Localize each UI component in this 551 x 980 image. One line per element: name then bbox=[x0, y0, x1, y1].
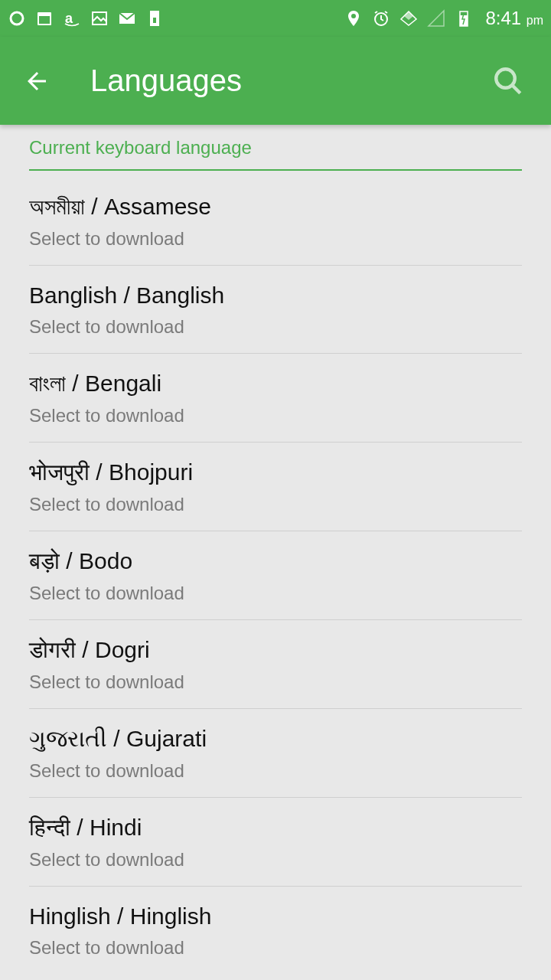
language-item[interactable]: हिन्दी / HindiSelect to download bbox=[29, 798, 522, 887]
location-icon bbox=[344, 9, 363, 28]
sd-card-icon bbox=[145, 9, 164, 28]
wifi-icon bbox=[399, 9, 418, 28]
language-item[interactable]: অসমীয়া / AssameseSelect to download bbox=[29, 177, 522, 266]
signal-icon bbox=[427, 9, 445, 28]
search-button[interactable] bbox=[487, 60, 530, 103]
content: Current keyboard language অসমীয়া / Assa… bbox=[0, 125, 551, 974]
battery-icon bbox=[455, 9, 473, 28]
language-item[interactable]: डोगरी / DogriSelect to download bbox=[29, 620, 522, 709]
section-header: Current keyboard language bbox=[29, 125, 522, 171]
language-name: অসমীয়া / Assamese bbox=[29, 194, 522, 220]
language-subtitle: Select to download bbox=[29, 583, 522, 604]
status-time-ampm: pm bbox=[527, 14, 543, 27]
language-item[interactable]: ગુજરાતી / GujaratiSelect to download bbox=[29, 709, 522, 798]
svg-point-0 bbox=[11, 12, 23, 24]
language-name: ગુજરાતી / Gujarati bbox=[29, 726, 522, 753]
arrow-back-icon bbox=[23, 67, 51, 95]
calendar-icon bbox=[35, 9, 54, 28]
status-bar: a 8:41 pm bbox=[0, 0, 551, 37]
language-subtitle: Select to download bbox=[29, 494, 522, 515]
back-button[interactable] bbox=[21, 66, 52, 96]
image-icon bbox=[90, 9, 109, 28]
app-bar: Languages bbox=[0, 37, 551, 125]
language-item[interactable]: Hinglish / HinglishSelect to download bbox=[29, 887, 522, 974]
language-subtitle: Select to download bbox=[29, 849, 522, 871]
language-name: Hinglish / Hinglish bbox=[29, 903, 522, 929]
status-left-icons: a bbox=[8, 9, 164, 28]
language-item[interactable]: भोजपुरी / BhojpuriSelect to download bbox=[29, 443, 522, 531]
svg-point-11 bbox=[496, 69, 515, 88]
language-name: Banglish / Banglish bbox=[29, 283, 522, 309]
language-item[interactable]: বাংলা / BengaliSelect to download bbox=[29, 354, 522, 443]
language-name: डोगरी / Dogri bbox=[29, 637, 522, 664]
status-time: 8:41 pm bbox=[485, 8, 543, 29]
language-subtitle: Select to download bbox=[29, 760, 522, 782]
svg-rect-6 bbox=[153, 18, 156, 23]
circle-icon bbox=[8, 9, 26, 28]
mail-icon bbox=[118, 9, 136, 28]
alarm-icon bbox=[372, 9, 390, 28]
svg-rect-2 bbox=[39, 16, 50, 24]
svg-text:a: a bbox=[65, 11, 73, 26]
search-icon bbox=[492, 65, 524, 97]
language-subtitle: Select to download bbox=[29, 405, 522, 426]
language-name: भोजपुरी / Bhojpuri bbox=[29, 459, 522, 486]
status-time-value: 8:41 bbox=[485, 8, 521, 28]
language-list: অসমীয়া / AssameseSelect to downloadBang… bbox=[0, 177, 551, 974]
svg-point-7 bbox=[351, 14, 356, 18]
language-subtitle: Select to download bbox=[29, 316, 522, 338]
language-item[interactable]: Banglish / BanglishSelect to download bbox=[29, 266, 522, 354]
language-item[interactable]: बड़ो / BodoSelect to download bbox=[29, 531, 522, 620]
language-name: बड़ो / Bodo bbox=[29, 548, 522, 575]
language-name: हिन्दी / Hindi bbox=[29, 815, 522, 841]
amazon-icon: a bbox=[63, 9, 81, 28]
language-subtitle: Select to download bbox=[29, 671, 522, 693]
language-subtitle: Select to download bbox=[29, 228, 522, 250]
page-title: Languages bbox=[90, 64, 487, 98]
language-name: বাংলা / Bengali bbox=[29, 371, 522, 397]
language-subtitle: Select to download bbox=[29, 937, 522, 959]
status-right-icons: 8:41 pm bbox=[344, 8, 543, 29]
